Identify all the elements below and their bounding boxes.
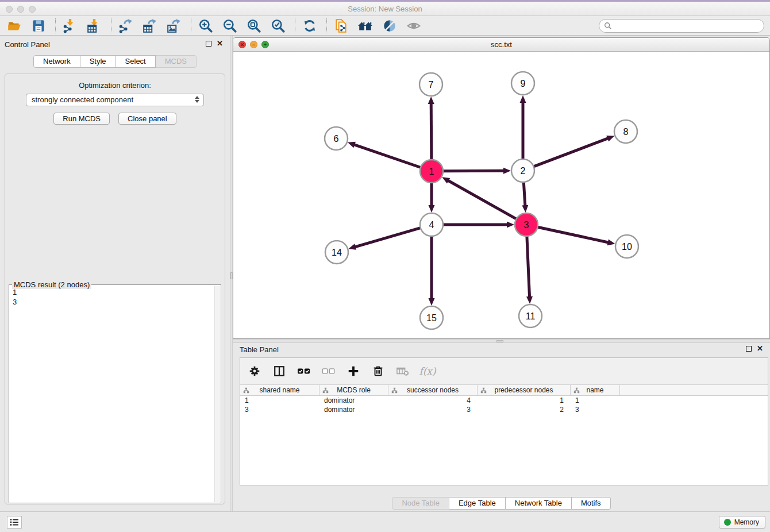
table-cell[interactable]: dominator	[319, 396, 388, 405]
toolbar-separator	[326, 18, 327, 33]
table-tabs: Node TableEdge TableNetwork TableMotifs	[233, 497, 770, 510]
divider-handle[interactable]	[496, 340, 503, 342]
criterion-select[interactable]: strongly connected component	[26, 94, 204, 106]
control-panel-title: Control Panel	[5, 40, 50, 49]
select-all-icon[interactable]	[297, 364, 311, 379]
table-cell[interactable]: 3	[388, 405, 478, 414]
table-row[interactable]: 3dominator323	[240, 405, 768, 414]
network-window-titlebar: ✕ − + scc.txt	[233, 38, 769, 52]
close-panel-icon[interactable]: ✕	[217, 41, 223, 47]
import-table-icon[interactable]	[86, 18, 103, 34]
table-cell[interactable]: 1	[240, 396, 319, 405]
export-network-icon[interactable]	[117, 18, 134, 34]
tab-mcds[interactable]: MCDS	[156, 55, 197, 68]
table-cell[interactable]: 3	[240, 405, 319, 414]
toolbar-separator	[191, 18, 191, 33]
network-window-title: scc.txt	[233, 40, 769, 49]
table-row[interactable]: 1dominator411	[240, 396, 768, 405]
network-canvas[interactable]: 7968124314101511	[233, 52, 769, 338]
task-history-button[interactable]	[7, 516, 22, 529]
control-panel-tabs: NetworkStyleSelectMCDS	[33, 55, 197, 68]
edge-1-2[interactable]	[443, 171, 505, 171]
tab-network[interactable]: Network	[33, 55, 80, 68]
column-header-successor-nodes[interactable]: successor nodes	[388, 385, 478, 395]
import-network-icon[interactable]	[61, 18, 79, 34]
open-session-icon[interactable]	[6, 18, 23, 34]
edge-arrow-icon	[428, 97, 434, 104]
table-panel: Table Panel ✕	[233, 343, 770, 511]
home-icon[interactable]	[357, 18, 374, 34]
tab-network-table[interactable]: Network Table	[506, 497, 572, 510]
mcds-panel: Optimization criterion: strongly connect…	[5, 74, 225, 504]
column-header-name[interactable]: name	[571, 385, 620, 395]
column-header-shared-name[interactable]: shared name	[240, 385, 319, 395]
network-view-window: ✕ − + scc.txt 7968124314101511	[233, 37, 770, 339]
edge-arrow-icon	[429, 205, 435, 213]
export-image-icon[interactable]	[165, 18, 183, 34]
edge-1-7[interactable]	[431, 103, 432, 160]
edge-2-3[interactable]	[523, 182, 525, 206]
delete-table-icon	[395, 364, 410, 379]
edge-2-8[interactable]	[534, 138, 609, 167]
toggle-style-icon[interactable]	[381, 18, 398, 34]
table-panel-title: Table Panel	[240, 345, 279, 354]
window-title: Session: New Session	[0, 5, 770, 13]
zoom-selected-icon[interactable]	[270, 18, 287, 34]
edge-arrow-icon	[348, 142, 356, 148]
table-rows: 1dominator4113dominator323	[240, 396, 768, 414]
graph-node-label: 6	[334, 134, 339, 144]
close-table-panel-icon[interactable]: ✕	[757, 346, 763, 352]
criterion-value: strongly connected component	[32, 95, 133, 104]
save-session-icon[interactable]	[30, 18, 47, 34]
table-cell[interactable]: 4	[388, 396, 478, 405]
zoom-out-icon[interactable]	[221, 18, 238, 34]
export-table-icon[interactable]	[141, 18, 159, 34]
clone-network-icon[interactable]	[333, 18, 350, 34]
function-builder-icon: f(x)	[420, 364, 435, 379]
application-window: Session: New Session	[0, 0, 770, 532]
deselect-all-icon[interactable]	[321, 364, 336, 379]
delete-column-icon[interactable]	[371, 364, 386, 379]
refresh-layout-icon[interactable]	[301, 18, 318, 34]
edge-arrow-icon	[348, 244, 356, 250]
edge-3-1[interactable]	[448, 180, 517, 219]
tab-motifs[interactable]: Motifs	[572, 497, 611, 510]
tab-style[interactable]: Style	[80, 55, 116, 68]
table-cell[interactable]: 1	[571, 396, 620, 405]
show-hide-icon[interactable]	[405, 18, 422, 34]
table-cell[interactable]: dominator	[319, 405, 388, 414]
tab-node-table[interactable]: Node Table	[392, 497, 449, 510]
table-toolbar: f(x)	[240, 358, 768, 385]
edge-3-11[interactable]	[527, 236, 530, 298]
graph-node-label: 11	[526, 311, 536, 321]
float-table-panel-icon[interactable]	[746, 346, 752, 352]
result-scrollbar[interactable]	[214, 286, 220, 502]
run-mcds-button[interactable]: Run MCDS	[53, 113, 110, 125]
network-table-divider[interactable]	[233, 339, 770, 343]
zoom-fit-icon[interactable]	[245, 18, 263, 34]
column-header-predecessor-nodes[interactable]: predecessor nodes	[478, 385, 571, 395]
column-header-MCDS-role[interactable]: MCDS role	[319, 385, 388, 395]
edge-1-6[interactable]	[353, 144, 421, 167]
edge-arrow-icon	[607, 239, 615, 245]
edge-3-10[interactable]	[538, 227, 609, 242]
edge-arrow-icon	[503, 168, 511, 174]
graph-node-label: 10	[622, 242, 632, 252]
tab-edge-table[interactable]: Edge Table	[449, 497, 506, 510]
settings-gear-icon[interactable]	[247, 364, 262, 379]
table-cell[interactable]: 2	[478, 405, 571, 414]
search-input[interactable]	[599, 19, 764, 33]
edge-arrow-icon	[520, 95, 526, 103]
float-panel-icon[interactable]	[206, 41, 211, 47]
add-column-icon[interactable]	[346, 364, 361, 379]
graph-node-label: 3	[524, 220, 529, 230]
zoom-in-icon[interactable]	[197, 18, 214, 34]
edge-4-14[interactable]	[355, 228, 421, 247]
close-panel-button[interactable]: Close panel	[118, 113, 176, 125]
tab-select[interactable]: Select	[116, 55, 156, 68]
column-visibility-icon[interactable]	[272, 364, 287, 379]
memory-button[interactable]: Memory	[719, 516, 765, 529]
table-cell[interactable]: 3	[571, 405, 620, 414]
table-cell[interactable]: 1	[478, 396, 571, 405]
node-table-container: f(x) shared nameMCDS rolesuccessor nodes…	[240, 357, 768, 485]
